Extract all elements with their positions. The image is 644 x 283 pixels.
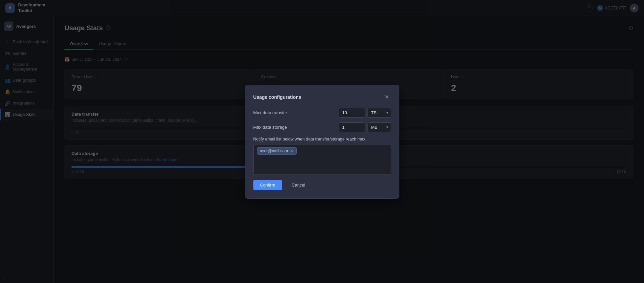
max-storage-inputs: TB GB MB [339, 122, 391, 132]
cancel-button[interactable]: Cancel [285, 180, 312, 190]
max-storage-label: Max data storage [253, 125, 339, 130]
max-transfer-inputs: TB GB MB [339, 108, 391, 118]
modal-close-button[interactable]: ✕ [383, 93, 391, 101]
transfer-unit-select[interactable]: TB GB MB [367, 108, 391, 118]
usage-configurations-modal: Usage configurations ✕ Max data transfer… [245, 85, 399, 199]
max-storage-input[interactable] [339, 122, 365, 132]
confirm-button[interactable]: Confirm [253, 180, 282, 190]
modal-header: Usage configurations ✕ [253, 93, 391, 101]
max-transfer-label: Max data transfer [253, 110, 339, 115]
transfer-unit-wrapper: TB GB MB [367, 108, 391, 118]
storage-unit-select[interactable]: TB GB MB [367, 122, 391, 132]
email-tag-text-0: user@mail.com [260, 149, 288, 153]
modal-title: Usage configurations [253, 94, 301, 100]
notify-label: Notify email list below when data transf… [253, 137, 391, 142]
remove-email-tag-0[interactable]: ✕ [290, 149, 294, 153]
email-tag-0: user@mail.com ✕ [257, 147, 297, 155]
modal-backdrop: Usage configurations ✕ Max data transfer… [0, 0, 644, 283]
modal-actions: Confirm Cancel [253, 180, 391, 190]
modal-field-storage: Max data storage TB GB MB [253, 122, 391, 132]
storage-unit-wrapper: TB GB MB [367, 122, 391, 132]
modal-field-transfer: Max data transfer TB GB MB [253, 108, 391, 118]
email-tags-container[interactable]: user@mail.com ✕ [253, 144, 391, 174]
max-transfer-input[interactable] [339, 108, 365, 118]
